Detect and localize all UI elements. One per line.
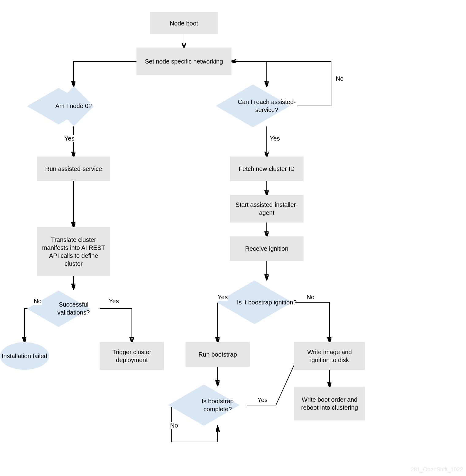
is-bootstrap-complete-label: Is bootstrap complete? [187,385,248,425]
successful-validations: Successful validations? [46,288,101,328]
successful-validations-label: Successful validations? [46,288,101,328]
set-networking: Set node specific networking [136,48,231,75]
edge-label-bootstrap-ign-no: No [307,294,315,301]
run-bootstrap: Run bootstrap [185,342,250,367]
trigger-cluster-deployment: Trigger cluster deployment [100,342,164,370]
installation-failed: Installation failed [0,342,49,370]
trigger-cluster-deployment-label: Trigger cluster deployment [105,348,159,364]
can-reach-assisted-service-label: Can I reach assisted-service? [236,86,297,126]
is-bootstrap-ignition: Is it boostrap ignition? [236,279,297,325]
write-boot-order: Write boot order and reboot into cluster… [294,387,365,420]
edge-label-bootstrap-complete-no: No [170,422,178,429]
translate-manifests: Translate cluster manifests into AI REST… [37,227,110,276]
set-networking-label: Set node specific networking [145,57,223,65]
write-boot-order-label: Write boot order and reboot into cluster… [299,396,360,412]
write-image-label: Write image and ignition to disk [299,348,360,364]
fetch-cluster-id-label: Fetch new cluster ID [239,165,295,173]
start-installer-agent: Start assisted-installer-agent [230,195,304,223]
run-assisted-service: Run assisted-service [37,157,110,181]
receive-ignition-label: Receive ignition [245,245,288,253]
node-boot-label: Node boot [170,19,198,27]
is-bootstrap-ignition-label: Is it boostrap ignition? [236,279,297,325]
edge-label-bootstrap-ign-yes: Yes [218,294,228,301]
edge-label-validations-yes: Yes [109,298,119,305]
start-installer-agent-label: Start assisted-installer-agent [235,201,299,217]
am-i-node-0-label: Am I node 0? [46,86,101,126]
edge-label-can-reach-yes: Yes [270,135,280,142]
run-bootstrap-label: Run bootstrap [198,350,237,358]
edge-label-bootstrap-complete-yes: Yes [258,397,268,404]
translate-manifests-label: Translate cluster manifests into AI REST… [42,236,105,268]
can-reach-assisted-service: Can I reach assisted-service? [236,86,297,126]
edge-label-am-i-node0-yes: Yes [64,135,74,142]
node-boot: Node boot [150,12,218,34]
installation-failed-label: Installation failed [2,352,48,360]
watermark: 281_OpenShift_1022 [411,466,463,473]
edge-label-validations-no: No [34,298,42,305]
write-image: Write image and ignition to disk [294,342,365,370]
run-assisted-service-label: Run assisted-service [45,165,102,173]
edge-label-can-reach-no: No [336,75,344,82]
fetch-cluster-id: Fetch new cluster ID [230,157,304,181]
receive-ignition: Receive ignition [230,236,304,261]
is-bootstrap-complete: Is bootstrap complete? [187,385,248,425]
am-i-node-0: Am I node 0? [46,86,101,126]
